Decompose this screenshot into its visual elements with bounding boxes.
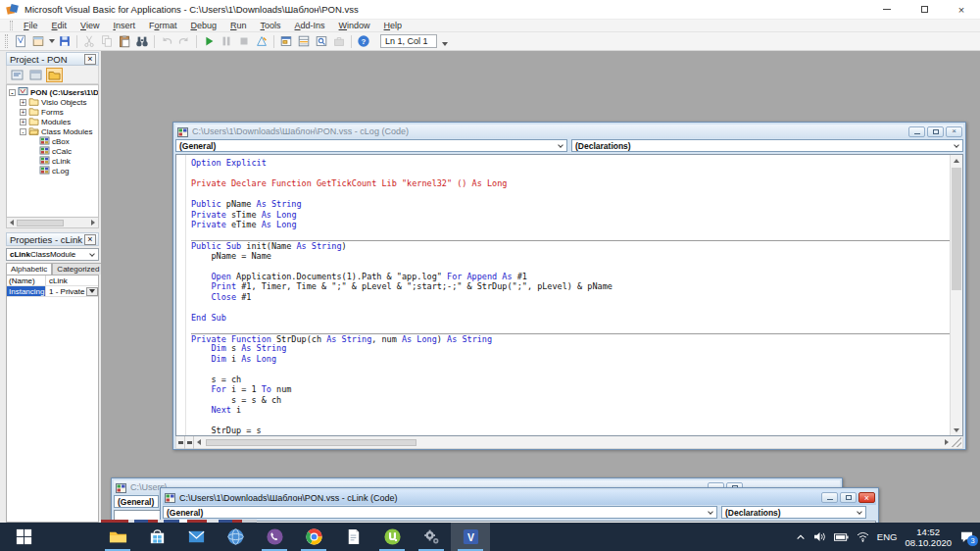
tree-item-modules[interactable]: +Modules <box>7 117 98 126</box>
taskbar-mail-icon[interactable] <box>176 523 216 551</box>
property-row-name[interactable]: (Name)cLink <box>7 276 98 286</box>
code-hscrollbar[interactable] <box>175 436 963 449</box>
tree-item-pon-c-users-1-do[interactable]: -PON (C:\Users\1\Do <box>7 87 98 97</box>
project-tree-hscrollbar[interactable] <box>6 218 99 228</box>
taskbar-globe-app-icon[interactable] <box>216 523 255 551</box>
project-explorer-icon[interactable] <box>277 33 295 49</box>
scroll-right-icon[interactable] <box>942 436 952 448</box>
clink-maximize-button[interactable] <box>840 492 857 503</box>
code-line[interactable] <box>191 323 950 333</box>
code-line[interactable]: s = ch <box>191 375 950 385</box>
menu-item-window[interactable]: Window <box>332 21 377 30</box>
code-line[interactable]: Print #1, Timer, Time & ";" & pLevel & "… <box>191 281 950 292</box>
code-line[interactable] <box>191 230 950 241</box>
clock[interactable]: 14:52 08.10.2020 <box>905 526 952 548</box>
clink-window-titlebar[interactable]: C:\Users\1\Downloads\Шаблон\PON.vss - cL… <box>163 490 876 505</box>
taskbar-utorrent-icon[interactable] <box>372 523 412 551</box>
scroll-left-icon[interactable] <box>194 436 204 448</box>
code-vscrollbar[interactable] <box>950 155 962 435</box>
clog-maximize-button[interactable] <box>927 126 944 137</box>
code-margin-indicator-bar[interactable] <box>176 155 186 435</box>
menu-item-insert[interactable]: Insert <box>106 21 142 30</box>
scroll-up-icon[interactable] <box>951 155 962 166</box>
new-drawing-icon[interactable] <box>12 33 29 49</box>
run-icon[interactable] <box>200 33 218 49</box>
toggle-folders-button[interactable] <box>46 68 63 82</box>
tab-alphabetic[interactable]: Alphabetic <box>6 263 52 275</box>
procedure-view-button[interactable] <box>176 436 185 449</box>
language-indicator[interactable]: ENG <box>877 531 898 542</box>
taskbar-file-explorer-icon[interactable] <box>98 523 137 551</box>
notification-center-icon[interactable]: 3 <box>959 530 974 543</box>
project-panel-close-icon[interactable]: × <box>84 54 96 65</box>
clog-minimize-button[interactable] <box>908 126 925 137</box>
insert-userform-dropdown-caret[interactable] <box>47 33 56 49</box>
toolbar-grip[interactable] <box>5 34 8 48</box>
paste-icon[interactable] <box>116 33 133 49</box>
clog-close-button[interactable]: × <box>946 126 962 137</box>
code-line[interactable]: Open Application.Documents(1).Path & "ap… <box>191 272 950 282</box>
properties-panel-titlebar[interactable]: Properties - cLink × <box>6 232 99 246</box>
break-icon[interactable] <box>218 33 235 49</box>
code-line[interactable] <box>191 261 950 272</box>
code-line[interactable]: Dim i As Long <box>191 354 950 365</box>
object-dropdown[interactable]: (General) <box>163 506 717 519</box>
menu-item-run[interactable]: Run <box>223 21 254 30</box>
insert-userform-icon[interactable] <box>29 33 47 49</box>
close-button[interactable]: × <box>943 0 980 20</box>
code-line[interactable] <box>191 416 950 426</box>
clog-window-titlebar[interactable]: C:\Users\1\Downloads\Шаблон\PON.vss - cL… <box>175 125 963 138</box>
property-dropdown-icon[interactable] <box>86 287 98 296</box>
battery-icon[interactable] <box>834 532 849 542</box>
property-name[interactable]: (Name) <box>7 276 46 285</box>
property-row-instancing[interactable]: Instancing1 - Private <box>7 286 98 297</box>
minimize-button[interactable] <box>868 0 906 20</box>
expand-toggle-icon[interactable]: + <box>20 119 26 125</box>
cut-icon[interactable] <box>80 33 98 49</box>
code-line[interactable] <box>191 302 950 313</box>
scroll-down-icon[interactable] <box>951 425 962 435</box>
property-value[interactable]: 1 - Private <box>46 286 98 296</box>
project-panel-titlebar[interactable]: Project - PON × <box>6 52 99 66</box>
redo-icon[interactable] <box>175 33 193 49</box>
code-line[interactable]: Public Sub init(Name As String) <box>191 240 950 251</box>
properties-object-selector[interactable]: cLink ClassModule <box>6 248 99 261</box>
code-line[interactable]: For i = 1 To num <box>191 384 950 395</box>
tray-chevron-up-icon[interactable] <box>796 532 806 542</box>
code-line[interactable]: Next i <box>191 405 950 416</box>
tree-item-ccalc[interactable]: cCalc <box>7 146 98 156</box>
toolbar-options-button[interactable] <box>439 33 451 49</box>
taskbar-start-button[interactable] <box>0 523 47 551</box>
undo-icon[interactable] <box>158 33 175 49</box>
object-browser-icon[interactable] <box>313 33 330 49</box>
save-icon[interactable] <box>56 33 74 49</box>
expand-toggle-icon[interactable]: - <box>9 89 16 96</box>
code-line[interactable]: Private sTime As Long <box>191 210 950 221</box>
object-dropdown[interactable]: (General) <box>114 495 159 508</box>
menu-item-help[interactable]: Help <box>377 21 410 30</box>
tree-item-clink[interactable]: cLink <box>7 156 98 166</box>
expand-toggle-icon[interactable]: + <box>20 99 26 106</box>
code-line[interactable]: s = s & ch <box>191 395 950 406</box>
property-name[interactable]: Instancing <box>7 286 46 296</box>
scroll-left-icon[interactable] <box>7 218 17 227</box>
menu-item-add-ins[interactable]: Add-Ins <box>288 21 332 30</box>
code-line[interactable]: Option Explicit <box>191 158 950 169</box>
procedure-dropdown[interactable]: (Declarations) <box>571 139 963 152</box>
tree-item-forms[interactable]: +Forms <box>7 107 98 117</box>
design-mode-icon[interactable] <box>253 33 270 49</box>
properties-panel-close-icon[interactable]: × <box>84 234 96 245</box>
volume-icon[interactable] <box>813 531 826 542</box>
toolbox-icon[interactable] <box>330 33 348 49</box>
property-value[interactable]: cLink <box>46 276 98 285</box>
code-line[interactable]: Public pName As String <box>191 199 950 210</box>
reset-icon[interactable] <box>235 33 253 49</box>
help-icon[interactable]: ? <box>355 33 372 49</box>
taskbar-visio-icon[interactable]: V <box>451 523 490 551</box>
hscroll-thumb[interactable] <box>206 439 416 446</box>
tree-item-clog[interactable]: cLog <box>7 166 98 175</box>
procedure-dropdown[interactable]: (Declarations) <box>721 506 866 519</box>
code-line[interactable]: Dim s As String <box>191 343 950 354</box>
copy-icon[interactable] <box>98 33 116 49</box>
menu-item-view[interactable]: View <box>74 21 106 30</box>
